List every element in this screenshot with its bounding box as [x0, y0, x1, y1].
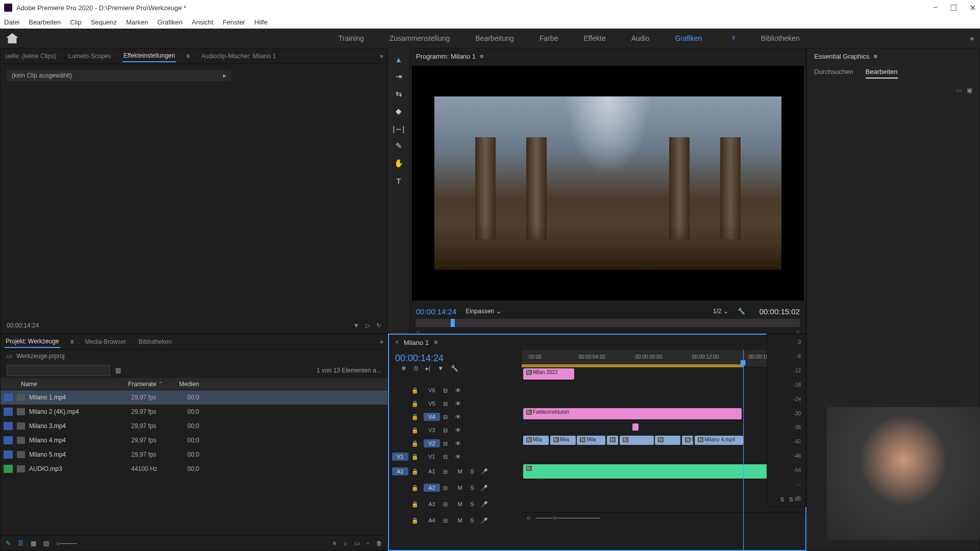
audio-track-header[interactable]: 🔒A3⊟MS🎤	[389, 496, 522, 512]
slip-tool-icon[interactable]: |↔|	[393, 122, 405, 135]
type-tool-icon[interactable]: T	[393, 174, 405, 187]
video-track-header[interactable]: 🔒V4⊟👁	[389, 410, 522, 423]
razor-tool-icon[interactable]: ◆	[393, 105, 405, 117]
panel-menu-icon[interactable]: ≡	[873, 53, 877, 60]
toggle-output-icon[interactable]: 👁	[455, 387, 464, 393]
find-icon[interactable]: ⌕	[344, 540, 347, 547]
toggle-output-icon[interactable]: 👁	[455, 414, 464, 420]
sync-lock-icon[interactable]: ⊟	[443, 468, 452, 475]
source-patch[interactable]: A1	[392, 467, 408, 475]
workspace-bearbeitung[interactable]: Bearbeitung	[475, 34, 514, 42]
expand-icon[interactable]: ▸	[223, 72, 226, 79]
voice-over-icon[interactable]: 🎤	[480, 468, 489, 475]
mute-button[interactable]: M	[455, 517, 464, 523]
track-target[interactable]: A4	[424, 516, 440, 524]
sync-lock-icon[interactable]: ⊟	[443, 485, 452, 491]
track-v4[interactable]	[522, 394, 805, 407]
menu-marken[interactable]: Marken	[126, 18, 148, 26]
workspace-training[interactable]: Training	[338, 34, 364, 42]
track-target[interactable]: V3	[424, 426, 440, 434]
ripple-edit-tool-icon[interactable]: ⇆	[393, 88, 405, 100]
folder-icon[interactable]: ▭	[956, 87, 962, 94]
solo-button[interactable]: S	[468, 485, 477, 491]
tab-libraries[interactable]: Bibliotheken	[137, 336, 173, 347]
table-row[interactable]: Milano 2 (4K).mp429,97 fps00;0	[1, 405, 387, 419]
track-select-tool-icon[interactable]: ⇥	[393, 70, 405, 83]
table-row[interactable]: Milano 4.mp429,97 fps00;0	[1, 433, 387, 447]
table-row[interactable]: Milano 5.mp429,97 fps00;0	[1, 447, 387, 462]
track-v5[interactable]	[522, 381, 805, 394]
lock-icon[interactable]: 🔒	[411, 485, 421, 491]
track-v3[interactable]: fxFarbkorrekturen	[522, 407, 805, 420]
menu-clip[interactable]: Clip	[70, 18, 81, 26]
sync-lock-icon[interactable]: ⊟	[443, 501, 452, 508]
clip-video[interactable]: fxMila	[577, 436, 605, 445]
filter-icon[interactable]: ▼	[353, 322, 359, 329]
search-input[interactable]	[7, 365, 110, 376]
tab-menu-icon[interactable]: ≡	[70, 338, 74, 345]
resolution-dropdown[interactable]: 1/2 ⌄	[713, 308, 728, 315]
solo-button[interactable]: S	[468, 517, 477, 523]
lock-icon[interactable]: 🔒	[411, 454, 421, 460]
tab-source[interactable]: uelle: (keine Clips)	[5, 51, 57, 62]
track-target[interactable]: A3	[424, 500, 440, 508]
workspace-menu-icon[interactable]: ≡	[731, 34, 735, 42]
clip-video[interactable]: fxMilano 4.mp4	[695, 436, 743, 445]
tab-project[interactable]: Projekt: Werkzeuge	[5, 336, 60, 348]
new-layer-icon[interactable]: ▣	[967, 87, 972, 94]
panel-menu-icon[interactable]: ≡	[480, 53, 484, 60]
tab-media-browser[interactable]: Media-Browser	[84, 336, 128, 347]
video-track-header[interactable]: 🔒V2⊟👁	[389, 437, 522, 450]
video-track-header[interactable]: V1🔒V1⊟👁	[389, 450, 522, 463]
bin-view-icon[interactable]: ▥	[115, 367, 121, 374]
video-track-header[interactable]: 🔒V5⊟👁	[389, 397, 522, 410]
zoom-slider[interactable]: ○────	[56, 540, 77, 547]
lock-icon[interactable]: 🔒	[411, 501, 421, 508]
track-target[interactable]: V5	[424, 399, 440, 408]
video-track-header[interactable]: 🔒V6⊟👁	[389, 384, 522, 397]
clip-video[interactable]: fxMil	[682, 436, 693, 445]
solo-button[interactable]: S	[468, 468, 477, 474]
close-sequence-icon[interactable]: ×	[395, 339, 399, 346]
solo-right[interactable]: S	[789, 496, 793, 503]
menu-datei[interactable]: Datei	[4, 18, 19, 26]
track-a4[interactable]	[522, 496, 805, 512]
sync-lock-icon[interactable]: ⊟	[443, 440, 452, 447]
track-a1[interactable]	[522, 447, 805, 463]
sequence-title[interactable]: Milano 1	[404, 339, 429, 346]
list-view-icon[interactable]: ☰	[18, 540, 23, 547]
freeform-view-icon[interactable]: ▤	[43, 540, 49, 547]
solo-button[interactable]: S	[468, 501, 477, 507]
workspace-grafiken[interactable]: Grafiken	[675, 34, 702, 42]
table-row[interactable]: Milano 3.mp429,97 fps00;0	[1, 419, 387, 433]
track-a3[interactable]	[522, 480, 805, 496]
eg-tab-browse[interactable]: Durchsuchen	[814, 68, 853, 79]
track-a2[interactable]: fx	[522, 463, 805, 480]
lock-icon[interactable]: 🔒	[411, 400, 421, 407]
pen-tool-icon[interactable]: ✎	[393, 140, 405, 152]
col-media[interactable]: Medien	[179, 381, 220, 388]
new-item-icon[interactable]: ▫	[367, 540, 369, 547]
clip-video[interactable]: fx	[655, 436, 680, 445]
sync-lock-icon[interactable]: ⊟	[443, 517, 452, 524]
hand-tool-icon[interactable]: ✋	[393, 157, 405, 169]
workspace-overflow-icon[interactable]: »	[970, 34, 974, 42]
panel-overflow-icon[interactable]: »	[380, 53, 383, 60]
icon-view-icon[interactable]: ▦	[31, 540, 36, 547]
workspace-bibliotheken[interactable]: Bibliotheken	[761, 34, 799, 42]
program-timecode-in[interactable]: 00:00:14:24	[416, 307, 456, 316]
clip-audio[interactable]: fx	[523, 464, 787, 479]
voice-over-icon[interactable]: 🎤	[480, 485, 489, 491]
timeline-timecode[interactable]: 00:00:14:24	[395, 353, 516, 364]
clip-adjustment[interactable]: fxFarbkorrekturen	[523, 408, 742, 419]
lock-icon[interactable]: 🔒	[411, 468, 421, 475]
track-target[interactable]: V4	[424, 413, 440, 421]
toggle-output-icon[interactable]: 👁	[455, 454, 464, 460]
panel-menu-icon[interactable]: ≡	[434, 339, 437, 346]
step-icon[interactable]: ▷	[365, 322, 370, 329]
audio-track-header[interactable]: 🔒A2⊟MS🎤	[389, 480, 522, 496]
mute-button[interactable]: M	[455, 485, 464, 491]
table-row[interactable]: Milano 1.mp429,97 fps00;0	[1, 390, 387, 405]
menu-grafiken[interactable]: Grafiken	[157, 18, 182, 26]
sync-lock-icon[interactable]: ⊟	[443, 387, 452, 394]
